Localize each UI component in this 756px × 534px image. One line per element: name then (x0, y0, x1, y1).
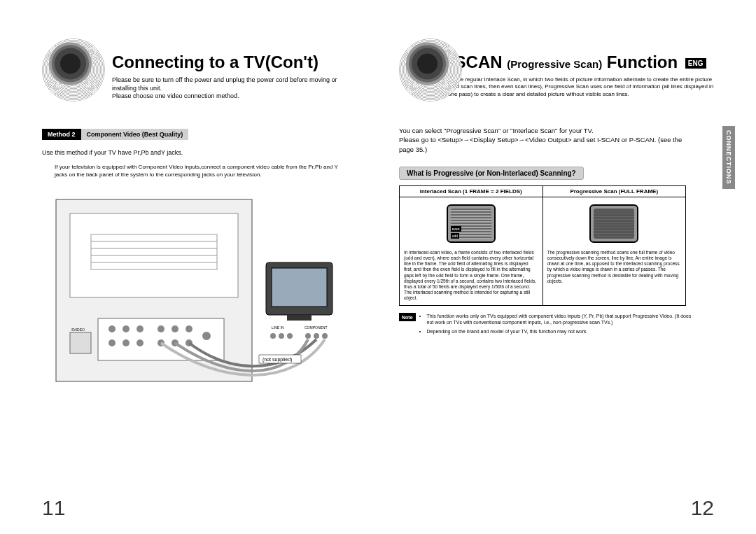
body-line1: You can select "Progressive Scan" or "In… (399, 126, 693, 135)
svg-text:LINE IN: LINE IN (272, 325, 284, 330)
method-body: If your television is equipped with Comp… (55, 164, 343, 178)
svg-point-15 (172, 325, 178, 332)
connection-diagram: SVIDEO LINE IN COMPONENT (not supplied) (42, 192, 350, 388)
page-title-left: Connecting to a TV(Con't) (112, 52, 350, 72)
note-item-2: Depending on the brand and model of your… (427, 328, 693, 335)
svg-point-27 (270, 333, 276, 339)
method-bar: Method 2 Component Video (Best Quality) (42, 129, 350, 140)
col1-header: Interlaced Scan (1 FRAME = 2 FIELDS) (400, 186, 543, 197)
intro-line2: Please choose one video connection metho… (112, 92, 239, 99)
col1-text: In interlaced-scan video, a frame consis… (404, 250, 538, 301)
svg-point-8 (108, 325, 115, 332)
title-suffix: Function (607, 52, 678, 71)
side-tab-connections: CONNECTIONS (722, 126, 735, 189)
note-section: Note This function works only on TVs equ… (399, 313, 714, 337)
method-label: Method 2 (42, 129, 81, 140)
body-line2: Please go to <Setup>→<Display Setup>→<Vi… (399, 135, 693, 154)
eng-badge: ENG (685, 58, 706, 69)
col2-text: The progressive scanning method scans on… (547, 250, 682, 284)
page-right: P.SCAN (Progressive Scan) Function ENG U… (378, 0, 756, 534)
interlaced-image-icon: even odd (447, 204, 496, 243)
svg-point-9 (122, 325, 130, 332)
question-box: What is Progressive (or Non-Interlaced) … (399, 167, 584, 180)
svg-point-13 (136, 339, 144, 346)
svideo-label: SVIDEO (71, 328, 85, 332)
note-list: This function works only on TVs equipped… (420, 313, 693, 337)
svg-point-20 (202, 332, 211, 340)
col2-header: Progressive Scan (FULL FRAME) (542, 186, 686, 197)
svg-point-16 (186, 325, 192, 332)
svg-point-29 (287, 333, 293, 339)
odd-label: odd (451, 233, 459, 239)
svg-point-12 (122, 339, 130, 346)
svg-point-10 (136, 325, 144, 332)
method-desc: Use this method if your TV have Pr,Pb an… (42, 148, 350, 157)
intro-text-left: Please be sure to turn off the power and… (112, 76, 350, 101)
speaker-icon (399, 38, 462, 101)
svg-rect-21 (70, 332, 91, 353)
page-left: Connecting to a TV(Con't) Please be sure… (0, 0, 378, 534)
scan-comparison-table: Interlaced Scan (1 FRAME = 2 FIELDS) Pro… (399, 185, 686, 306)
svg-point-11 (108, 339, 115, 346)
svg-point-31 (314, 333, 319, 339)
progressive-image-icon (589, 204, 638, 243)
note-item-1: This function works only on TVs equipped… (427, 313, 693, 325)
col2-cell: The progressive scanning method scans on… (542, 197, 686, 306)
page-number-right: 12 (691, 496, 714, 520)
svg-point-28 (279, 333, 284, 339)
note-badge: Note (399, 313, 416, 321)
speaker-icon (42, 38, 105, 101)
intro-line1: Please be sure to turn off the power and… (112, 76, 337, 92)
method-title: Component Video (Best Quality) (81, 129, 189, 140)
col1-cell: even odd In interlaced-scan video, a fra… (400, 197, 543, 306)
svg-text:COMPONENT: COMPONENT (304, 325, 328, 330)
page-title-right: P.SCAN (Progressive Scan) Function ENG (441, 52, 714, 72)
right-body: You can select "Progressive Scan" or "In… (399, 126, 714, 154)
svg-text:(not supplied): (not supplied) (262, 357, 292, 363)
svg-point-30 (305, 333, 311, 339)
svg-point-14 (158, 325, 164, 332)
svg-point-32 (322, 333, 328, 339)
intro-text-right: Unlike regular Interlace Scan, in which … (448, 76, 714, 98)
title-small: (Progressive Scan) (507, 58, 602, 70)
page-number-left: 11 (42, 496, 65, 520)
svg-rect-23 (272, 268, 327, 307)
svg-rect-24 (287, 315, 312, 321)
even-label: even (451, 226, 461, 232)
